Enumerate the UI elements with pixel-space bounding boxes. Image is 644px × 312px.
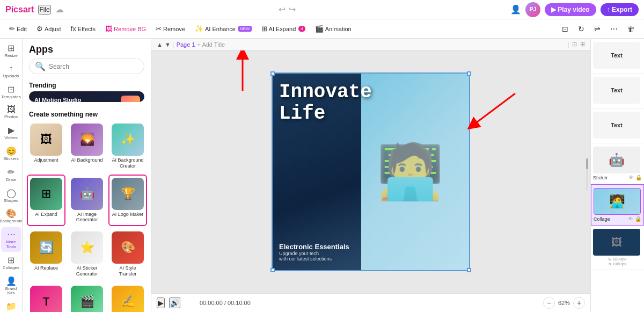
app-item-ai-background[interactable]: 🌄 AI Background bbox=[68, 120, 106, 172]
resize-handle-br[interactable] bbox=[467, 268, 471, 272]
add-title-label[interactable]: + Add Title bbox=[197, 41, 225, 48]
canvas-image-container[interactable]: 🧑‍💻 Innovate Life Electronic Essentials … bbox=[272, 72, 470, 271]
crop-icon: ⊡ bbox=[562, 25, 568, 33]
apps-search-bar[interactable]: 🔍 bbox=[29, 59, 144, 74]
sidebar-item-shapes[interactable]: ◯ Shapes bbox=[1, 186, 21, 206]
sticker-eye-icon[interactable]: 👁 bbox=[628, 175, 634, 180]
sidebar-item-photos[interactable]: 🖼 Photos bbox=[1, 103, 21, 122]
app-item-ai-image-generator[interactable]: 🤖 AI Image Generator bbox=[68, 175, 106, 227]
redo-button[interactable]: ↪ bbox=[289, 4, 296, 14]
fx-icon: fx bbox=[71, 25, 76, 33]
canvas-bottom-sub1: Upgrade your tech bbox=[279, 251, 349, 256]
canvas-icon2[interactable]: ⊡ bbox=[572, 41, 577, 48]
person-icon: 🧑‍💻 bbox=[377, 140, 444, 204]
search-input[interactable] bbox=[49, 63, 138, 70]
edit-button[interactable]: ✏ Edit bbox=[5, 23, 31, 34]
user-icon-button[interactable]: 👤 bbox=[510, 4, 521, 14]
app-item-ai-sticker-generator[interactable]: ⭐ AI Sticker Generator bbox=[68, 228, 106, 280]
app-thumb-ai-replace: 🔄 bbox=[30, 231, 62, 264]
play-video-button[interactable]: ▶ Play video bbox=[545, 3, 596, 16]
sidebar-uploads-label: Uploads bbox=[3, 74, 19, 79]
app-label-ai-logo-maker: AI Logo Maker bbox=[112, 212, 144, 217]
app-item-ai-writer[interactable]: ✍ Ai Writer bbox=[108, 282, 147, 312]
canvas-top-bar: ▲ ▼ | Page 1 + Add Title | ⊡ ⊞ bbox=[151, 39, 590, 50]
right-panel-item-text3[interactable]: Text bbox=[591, 108, 644, 143]
canvas-icon3[interactable]: ⊞ bbox=[580, 41, 585, 48]
more-tools-icon: ⋯ bbox=[7, 229, 16, 240]
sidebar-item-background[interactable]: 🎨 Background bbox=[1, 206, 21, 226]
resize-handle-tr[interactable] bbox=[467, 71, 471, 76]
sidebar-item-templates[interactable]: ⊡ Templates bbox=[1, 82, 21, 102]
effects-button[interactable]: fx Effects bbox=[67, 23, 100, 34]
ai-expand-button[interactable]: ⊞ AI Expand 4 bbox=[258, 23, 309, 34]
app-thumb-ai-video-filters: 🎬 bbox=[71, 286, 103, 312]
app-thumb-ai-background-creator: ✨ bbox=[112, 124, 144, 156]
trending-card[interactable]: ▶ AI Motion Studio Transform your images… bbox=[29, 91, 144, 102]
app-item-ai-replace[interactable]: 🔄 AI Replace bbox=[27, 228, 65, 280]
canvas-icon1[interactable]: | bbox=[567, 41, 569, 48]
undo-button[interactable]: ↩ bbox=[279, 4, 286, 14]
sidebar-item-my-folders[interactable]: 📁 My Folders bbox=[1, 299, 21, 312]
right-panel-item-text1[interactable]: Text bbox=[591, 39, 644, 74]
scroll-indicator[interactable] bbox=[586, 153, 588, 191]
app-item-ai-background-creator[interactable]: ✨ AI Background Creator bbox=[108, 120, 147, 172]
sticker-icons: 👁 🔒 bbox=[628, 175, 642, 180]
animation-button[interactable]: 🎬 Animation bbox=[311, 23, 355, 34]
resize-handle-bl[interactable] bbox=[270, 268, 275, 272]
right-thumb-text1: Text bbox=[593, 42, 640, 69]
collage-eye-icon[interactable]: 👁 bbox=[628, 216, 633, 222]
nav-up-icon[interactable]: ▲ bbox=[157, 41, 163, 48]
volume-button[interactable]: 🔊 bbox=[169, 298, 180, 308]
app-item-ai-logo-maker[interactable]: 🏆 AI Logo Maker bbox=[108, 175, 147, 227]
trending-thumb: ▶ bbox=[121, 96, 140, 102]
app-item-ai-video-filters[interactable]: 🎬 AI Video Filters bbox=[68, 282, 106, 312]
trending-section-title: Trending bbox=[23, 78, 151, 91]
collage-lock-icon[interactable]: 🔒 bbox=[635, 216, 641, 222]
rotate-button[interactable]: ↻ bbox=[574, 23, 588, 35]
sidebar-videos-label: Videos bbox=[4, 136, 17, 141]
right-panel-item-image[interactable]: 🖼 w 1080pxh 1080px bbox=[591, 226, 644, 270]
sticker-lock-icon[interactable]: 🔒 bbox=[635, 175, 642, 180]
remove-button[interactable]: ✂ Remove bbox=[152, 23, 189, 34]
adjust-button[interactable]: ⚙ Adjust bbox=[33, 23, 65, 34]
remove-bg-label: Remove BG bbox=[114, 26, 146, 32]
right-panel-item-sticker[interactable]: 🤖 Sticker 👁 🔒 bbox=[591, 143, 644, 184]
sidebar-item-stickers[interactable]: 😊 Stickers bbox=[1, 144, 21, 164]
right-thumb-collage: 🧑‍💻 bbox=[594, 188, 641, 215]
more-button[interactable]: ⋯ bbox=[606, 23, 621, 35]
sidebar-shapes-label: Shapes bbox=[4, 199, 18, 204]
trash-button[interactable]: 🗑 bbox=[624, 23, 639, 35]
sidebar-item-videos[interactable]: ▶ Videos bbox=[1, 123, 21, 143]
app-label-ai-background-creator: AI Background Creator bbox=[112, 157, 144, 169]
sidebar-item-uploads[interactable]: ↑ Uploads bbox=[1, 62, 21, 81]
app-item-ai-style-transfer[interactable]: 🎨 AI Style Transfer bbox=[108, 228, 147, 280]
right-panel-item-collage[interactable]: 🧑‍💻 Collage 👁 🔒 bbox=[591, 184, 644, 226]
right-panel-item-text2[interactable]: Text bbox=[591, 74, 644, 108]
zoom-in-button[interactable]: + bbox=[573, 297, 585, 309]
sidebar-item-resize[interactable]: ⊞ Resize bbox=[1, 41, 21, 61]
red-arrow-right-indicator bbox=[462, 83, 526, 139]
file-menu[interactable]: File bbox=[38, 5, 50, 14]
sidebar-item-brand-kits[interactable]: 👤 Brand Kits bbox=[1, 274, 21, 299]
ai-enhance-new-badge: NEW bbox=[238, 26, 252, 32]
topbar-center: ↩ ↪ bbox=[279, 4, 296, 14]
app-item-adjustment[interactable]: 🖼 Adjustment bbox=[27, 120, 65, 172]
resize-handle-tl[interactable] bbox=[270, 71, 275, 76]
sidebar-item-collages[interactable]: ⊞ Collages bbox=[1, 253, 21, 273]
export-button[interactable]: ↑ Export bbox=[601, 3, 639, 16]
sidebar-item-draw[interactable]: ✏ Draw bbox=[1, 165, 21, 185]
sidebar-item-more-tools[interactable]: ⋯ More Tools bbox=[1, 227, 21, 252]
remove-bg-button[interactable]: 🖼 Remove BG bbox=[101, 23, 150, 34]
zoom-out-button[interactable]: − bbox=[543, 297, 555, 309]
app-thumb-ai-expand: ⊞ bbox=[30, 178, 62, 210]
crop-button[interactable]: ⊡ bbox=[558, 23, 572, 35]
sidebar-draw-label: Draw bbox=[6, 178, 16, 183]
canvas-big-text-line1: Innovate bbox=[279, 82, 372, 103]
shapes-icon: ◯ bbox=[6, 188, 16, 198]
flip-button[interactable]: ⇌ bbox=[590, 23, 604, 35]
app-item-ai-expand[interactable]: ⊞ AI Expand bbox=[27, 175, 65, 227]
play-button[interactable]: ▶ bbox=[157, 298, 165, 308]
nav-down-icon[interactable]: ▼ bbox=[165, 41, 171, 48]
app-item-ai-text-style[interactable]: T AI Text Style bbox=[27, 282, 65, 312]
ai-enhance-button[interactable]: ✨ AI Enhance NEW bbox=[191, 23, 255, 34]
